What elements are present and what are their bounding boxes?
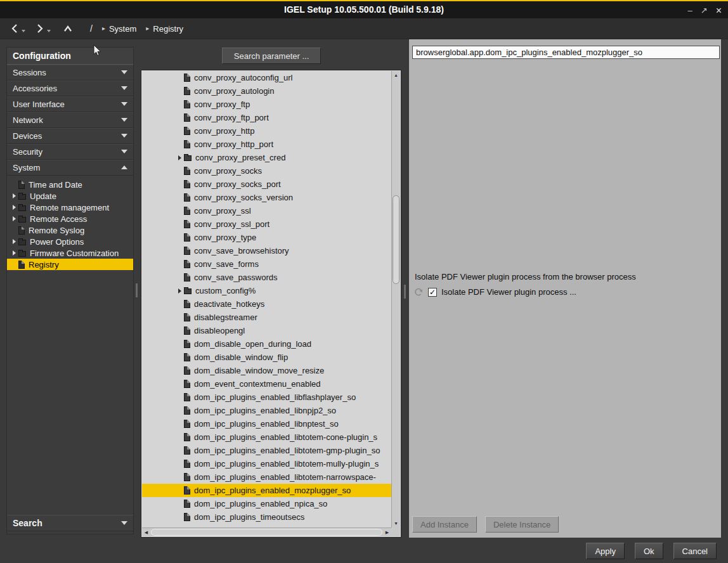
close-icon[interactable]: ×: [716, 6, 722, 16]
registry-parameter-row[interactable]: dom_ipc_plugins_enabled_libtotem-cone-pl…: [142, 430, 391, 444]
search-section[interactable]: Search: [7, 515, 133, 531]
registry-parameter-row[interactable]: deactivate_hotkeys: [142, 297, 391, 311]
forward-button[interactable]: [36, 23, 44, 34]
parameter-icon: [184, 513, 190, 521]
add-instance-button[interactable]: Add Instance: [412, 516, 477, 533]
tree-item[interactable]: Remote Syslog: [7, 224, 133, 236]
configuration-sidebar: Configuration Sessions Accessories User …: [6, 47, 134, 534]
search-parameter-button[interactable]: Search parameter ...: [222, 48, 321, 64]
registry-parameter-row[interactable]: conv_proxy_socks: [142, 164, 391, 178]
registry-parameter-row[interactable]: conv_proxy_ftp_port: [142, 111, 391, 124]
delete-instance-button[interactable]: Delete Instance: [485, 516, 559, 533]
sidebar-category[interactable]: Sessions: [7, 65, 133, 81]
registry-parameter-row[interactable]: conv_proxy_ssl: [142, 204, 391, 217]
tree-item[interactable]: Firmware Customization: [7, 247, 133, 259]
registry-parameter-row[interactable]: conv_proxy_preset_cred: [142, 151, 391, 164]
isolate-plugin-checkbox[interactable]: ✓: [428, 288, 437, 297]
breadcrumb-registry[interactable]: ▸ Registry: [146, 24, 183, 34]
registry-parameter-row[interactable]: conv_save_passwords: [142, 271, 391, 284]
registry-parameter-row[interactable]: conv_save_browsehistory: [142, 244, 391, 257]
parameter-label: conv_proxy_http_port: [194, 139, 273, 149]
tree-item[interactable]: Time and Date: [7, 179, 133, 190]
registry-parameter-row[interactable]: conv_proxy_socks_version: [142, 191, 391, 204]
registry-parameter-row[interactable]: disableopengl: [142, 324, 391, 337]
chevron-icon: [121, 70, 127, 74]
horizontal-scrollbar-thumb[interactable]: [151, 529, 382, 536]
parameter-path-field[interactable]: [412, 46, 720, 59]
up-button[interactable]: [62, 24, 74, 33]
expand-arrow-icon[interactable]: [13, 239, 16, 244]
tree-item-label: Remote management: [30, 203, 109, 212]
sidebar-category[interactable]: Network: [7, 112, 133, 128]
expand-arrow-icon[interactable]: [13, 193, 16, 198]
registry-parameter-row[interactable]: custom_config%: [142, 284, 391, 297]
registry-parameter-row[interactable]: dom_ipc_plugins_enabled_libtotem-mully-p…: [142, 457, 391, 470]
registry-parameter-row[interactable]: conv_proxy_http: [142, 124, 391, 138]
apply-button[interactable]: Apply: [586, 543, 625, 559]
registry-parameter-row[interactable]: dom_ipc_plugins_enabled_mozplugger_so: [142, 484, 391, 497]
expand-arrow-icon[interactable]: [13, 205, 16, 210]
registry-parameter-row[interactable]: dom_disable_window_flip: [142, 351, 391, 364]
registry-parameter-row[interactable]: dom_ipc_plugins_enabled_npica_so: [142, 497, 391, 510]
registry-parameter-row[interactable]: conv_proxy_http_port: [142, 138, 391, 151]
registry-parameter-row[interactable]: dom_disable_window_move_resize: [142, 364, 391, 377]
scroll-up-icon[interactable]: ▲: [392, 71, 400, 79]
registry-parameter-row[interactable]: conv_proxy_socks_port: [142, 178, 391, 191]
forward-history-dropdown-icon[interactable]: [47, 30, 51, 32]
parameter-label: dom_ipc_plugins_enabled_mozplugger_so: [194, 486, 351, 495]
registry-parameter-row[interactable]: dom_ipc_plugins_timeoutsecs: [142, 510, 391, 524]
registry-parameter-row[interactable]: dom_ipc_plugins_enabled_libnpjp2_so: [142, 404, 391, 417]
sidebar-category[interactable]: Accessories: [7, 81, 133, 96]
back-history-dropdown-icon[interactable]: [22, 30, 25, 32]
sidebar-category[interactable]: Security: [7, 144, 133, 160]
sidebar-category[interactable]: User Interface: [7, 96, 133, 112]
reset-to-default-icon[interactable]: [413, 287, 424, 297]
expand-arrow-icon[interactable]: [13, 216, 16, 221]
back-button[interactable]: [10, 23, 19, 34]
parameter-icon: [184, 247, 190, 255]
tree-item[interactable]: Remote management: [7, 202, 133, 213]
registry-parameter-row[interactable]: disablegstreamer: [142, 311, 391, 324]
parameter-label: dom_ipc_plugins_enabled_libtotem-mully-p…: [194, 459, 379, 469]
scroll-right-icon[interactable]: ▶: [383, 528, 391, 536]
expand-arrow-icon[interactable]: [178, 288, 181, 294]
splitter-left[interactable]: [136, 283, 138, 297]
ok-button[interactable]: Ok: [635, 543, 663, 559]
tree-item[interactable]: Update: [7, 190, 133, 202]
sidebar-category[interactable]: System: [7, 160, 133, 176]
splitter-right[interactable]: [404, 285, 406, 299]
registry-parameter-row[interactable]: conv_proxy_ssl_port: [142, 217, 391, 231]
vertical-scrollbar[interactable]: ▲ ▼: [391, 71, 400, 527]
parameter-icon: [184, 340, 190, 348]
registry-parameter-row[interactable]: conv_proxy_autoconfig_url: [142, 71, 391, 84]
registry-parameter-row[interactable]: dom_ipc_plugins_enabled_libtotem-gmp-plu…: [142, 444, 391, 457]
scroll-down-icon[interactable]: ▼: [392, 519, 400, 527]
tree-item-label: Remote Access: [30, 214, 87, 224]
tree-item[interactable]: Remote Access: [7, 213, 133, 224]
registry-parameter-row[interactable]: conv_proxy_autologin: [142, 84, 391, 98]
registry-parameter-row[interactable]: dom_event_contextmenu_enabled: [142, 377, 391, 391]
breadcrumb-system[interactable]: ▸ System: [102, 24, 136, 34]
registry-parameter-row[interactable]: dom_ipc_plugins_enabled_libtotem-narrows…: [142, 470, 391, 484]
registry-parameter-row[interactable]: conv_proxy_ftp: [142, 98, 391, 111]
parameter-label: disablegstreamer: [194, 313, 257, 322]
registry-parameter-row[interactable]: conv_save_forms: [142, 257, 391, 271]
tree-item[interactable]: Registry: [7, 259, 133, 270]
tree-item[interactable]: Power Options: [7, 236, 133, 247]
cancel-button[interactable]: Cancel: [673, 543, 717, 559]
parameter-icon: [184, 207, 190, 215]
registry-parameter-row[interactable]: dom_ipc_plugins_enabled_libnptest_so: [142, 417, 391, 430]
vertical-scrollbar-thumb[interactable]: [393, 195, 400, 284]
horizontal-scrollbar[interactable]: ◀ ▶: [142, 527, 391, 536]
minimize-icon[interactable]: –: [688, 6, 692, 15]
sidebar-category[interactable]: Devices: [7, 128, 133, 144]
restore-icon[interactable]: ↗: [701, 6, 708, 15]
registry-parameter-row[interactable]: dom_ipc_plugins_enabled_libflashplayer_s…: [142, 391, 391, 404]
registry-parameter-row[interactable]: conv_proxy_type: [142, 231, 391, 244]
expand-arrow-icon[interactable]: [13, 250, 16, 256]
expand-arrow-icon[interactable]: [178, 155, 181, 160]
registry-parameter-row[interactable]: dom_disable_open_during_load: [142, 337, 391, 351]
scroll-left-icon[interactable]: ◀: [142, 528, 150, 536]
parameter-label: dom_ipc_plugins_enabled_libnpjp2_so: [194, 406, 336, 415]
chevron-icon: [121, 165, 127, 169]
